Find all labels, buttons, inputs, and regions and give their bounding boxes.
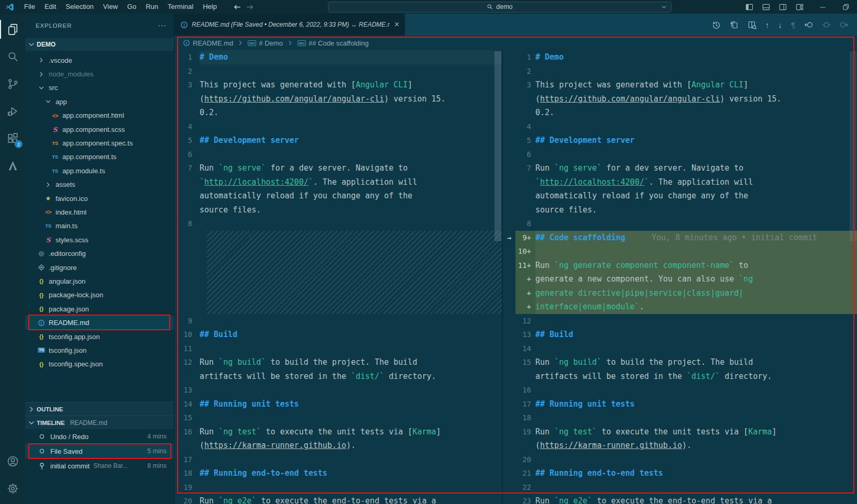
code-line[interactable]: 5## Development server	[503, 133, 857, 148]
code-line[interactable]: 20	[503, 453, 857, 467]
code-line[interactable]: 10## Build	[174, 328, 502, 342]
code-line[interactable]: 15Run `ng build` to build the project. T…	[503, 355, 857, 369]
menu-help[interactable]: Help	[198, 0, 222, 14]
code-line[interactable]: 17## Running unit tests	[503, 397, 857, 411]
tree-item-node-modules[interactable]: node_modules	[25, 67, 174, 81]
code-line[interactable]: 19Run `ng test` to execute the unit test…	[503, 425, 857, 439]
code-line[interactable]: (https://github.com/angular/angular-cli)…	[174, 92, 502, 106]
code-line[interactable]: 0.2.	[174, 106, 502, 120]
code-line[interactable]: 7Run `ng serve` for a dev server. Naviga…	[503, 161, 857, 175]
code-line[interactable]: 13## Build	[503, 328, 857, 342]
history-icon[interactable]	[712, 20, 721, 29]
tab-readme-diff[interactable]: README.md (File Saved • December 6, 2022…	[174, 14, 405, 36]
menu-run[interactable]: Run	[141, 0, 163, 14]
code-line[interactable]: artifacts will be stored in the `dist/` …	[503, 369, 857, 384]
code-line[interactable]: 10+	[503, 244, 857, 259]
scrollbar-right[interactable]	[850, 51, 856, 241]
code-line[interactable]: `http://localhost:4200/`. The applicatio…	[503, 175, 857, 189]
code-line[interactable]: →9+## Code scaffoldingYou, 8 minutes ago…	[503, 231, 857, 245]
timeline-item-file-saved[interactable]: File Saved5 mins	[25, 444, 174, 458]
code-line[interactable]: 11+Run `ng generate component component-…	[503, 259, 857, 273]
code-line[interactable]: 18## Running end-to-end tests	[174, 466, 502, 480]
tree-item-angular-json[interactable]: {}angular.json	[25, 274, 174, 288]
folder-header-demo[interactable]: DEMO	[25, 38, 174, 51]
swap-icon[interactable]	[730, 20, 739, 29]
layout-sidebar-right-icon[interactable]	[779, 3, 787, 11]
menu-go[interactable]: Go	[123, 0, 141, 14]
code-line[interactable]: (https://karma-runner.github.io).	[503, 439, 857, 453]
code-line[interactable]: 22	[503, 480, 857, 495]
code-line[interactable]: +generate directive|pipe|service|class|g…	[503, 286, 857, 300]
close-icon[interactable]: ×	[394, 21, 399, 28]
revert-left-icon[interactable]	[804, 20, 813, 29]
code-line[interactable]: (https://karma-runner.github.io).	[174, 439, 502, 453]
code-line[interactable]: 8	[174, 217, 502, 231]
code-line[interactable]: 14	[503, 342, 857, 356]
tree-item-main-ts[interactable]: TSmain.ts	[25, 219, 174, 233]
code-line[interactable]: 12Run `ng build` to build the project. T…	[174, 355, 502, 369]
diff-modified-pane[interactable]: 1# Demo23This project was generated with…	[503, 50, 857, 504]
menu-file[interactable]: File	[19, 0, 40, 14]
code-line[interactable]: 15	[174, 411, 502, 425]
tree-item-app-component-ts[interactable]: TSapp.component.ts	[25, 150, 174, 164]
tree-item-src[interactable]: src	[25, 81, 174, 95]
activity-source-control-icon[interactable]	[0, 70, 25, 97]
code-line[interactable]: 14## Running unit tests	[174, 397, 502, 411]
menu-selection[interactable]: Selection	[61, 0, 98, 14]
tree-item-favicon-ico[interactable]: ★favicon.ico	[25, 192, 174, 205]
code-line[interactable]: 6	[503, 148, 857, 162]
activity-extensions-icon[interactable]: 2	[0, 125, 25, 152]
timeline-item-initial-commit[interactable]: initial commitShane Bar...8 mins	[25, 458, 174, 473]
layout-panel-icon[interactable]	[762, 3, 770, 11]
code-line[interactable]: automatically reload if you change any o…	[174, 189, 502, 203]
code-line[interactable]: automatically reload if you change any o…	[503, 189, 857, 203]
code-line[interactable]: 2	[174, 64, 502, 79]
code-line[interactable]: 1# Demo	[174, 50, 502, 64]
forward-arrow-icon[interactable]	[246, 3, 254, 11]
activity-run-debug-icon[interactable]	[0, 97, 25, 125]
timeline-header[interactable]: TIMELINE README.md	[25, 416, 174, 429]
scrollbar-left[interactable]	[495, 51, 501, 241]
open-preview-icon[interactable]	[748, 20, 756, 29]
timeline-item-undo-redo[interactable]: Undo / Redo4 mins	[25, 429, 174, 444]
code-line[interactable]: 12	[503, 314, 857, 328]
revert-right-icon[interactable]	[840, 20, 849, 29]
back-arrow-icon[interactable]	[233, 3, 241, 11]
arrow-up-icon[interactable]: ↑	[765, 20, 770, 29]
activity-account-icon[interactable]	[0, 447, 25, 475]
code-line[interactable]: 16Run `ng test` to execute the unit test…	[174, 425, 502, 439]
tree-item-index-html[interactable]: <>index.html	[25, 205, 174, 219]
restore-icon[interactable]	[842, 3, 850, 11]
tree-item--vscode[interactable]: .vscode	[25, 53, 174, 67]
code-line[interactable]: 4	[503, 120, 857, 134]
menu-terminal[interactable]: Terminal	[163, 0, 198, 14]
code-line[interactable]: 2	[503, 64, 857, 79]
tree-item-app-component-html[interactable]: <>app.component.html	[25, 109, 174, 122]
pilcrow-icon[interactable]: ¶	[791, 20, 795, 29]
tree-item-tsconfig-spec-json[interactable]: {}tsconfig.spec.json	[25, 357, 174, 371]
code-line[interactable]: 0.2.	[503, 106, 857, 120]
tree-item-tsconfig-app-json[interactable]: {}tsconfig.app.json	[25, 330, 174, 343]
tree-item-tsconfig-json[interactable]: TStsconfig.json	[25, 343, 174, 357]
arrow-down-icon[interactable]: ↓	[778, 20, 782, 29]
diff-original-pane[interactable]: 1# Demo23This project was generated with…	[174, 50, 503, 504]
tree-item-app-module-ts[interactable]: TSapp.module.ts	[25, 164, 174, 177]
chevron-down-icon[interactable]	[661, 4, 667, 10]
code-line[interactable]: source files.	[503, 203, 857, 217]
tree-item--editorconfig[interactable]: .editorconfig	[25, 247, 174, 260]
code-line[interactable]: 4	[174, 120, 502, 134]
code-line[interactable]: 11	[174, 342, 502, 356]
code-line[interactable]: `http://localhost:4200/`. The applicatio…	[174, 175, 502, 189]
code-line[interactable]: +interface|enum|module`.	[503, 300, 857, 314]
code-line[interactable]: 17	[174, 453, 502, 467]
menu-edit[interactable]: Edit	[40, 0, 61, 14]
code-line[interactable]: 5## Development server	[174, 133, 502, 148]
tree-item-styles-scss[interactable]: Sstyles.scss	[25, 233, 174, 247]
tree-item-assets[interactable]: assets	[25, 178, 174, 192]
code-line[interactable]: 1# Demo	[503, 50, 857, 64]
activity-settings-icon[interactable]	[0, 475, 25, 502]
code-line[interactable]: 13	[174, 383, 502, 397]
code-line[interactable]: 23Run `ng e2e` to execute the end-to-end…	[503, 494, 857, 504]
command-center-search[interactable]: demo	[328, 2, 672, 13]
code-line[interactable]: 3This project was generated with [Angula…	[174, 78, 502, 92]
